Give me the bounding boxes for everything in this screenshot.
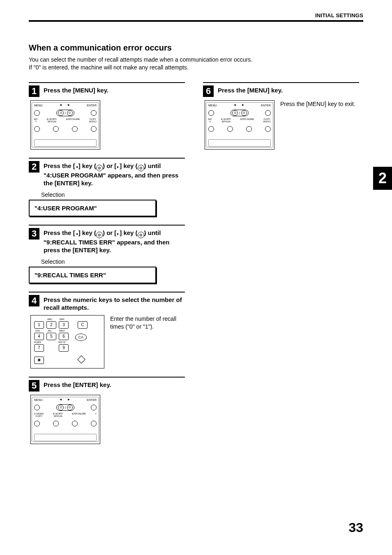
page-number: 33 [348, 520, 363, 535]
step-title: Press the numeric keys to select the num… [44, 295, 185, 312]
step-number: 4 [29, 295, 39, 306]
step-title: Press the [] key (⊙) or [] key (⊙) until… [44, 161, 185, 187]
step-title: Press the [MENU] key. [218, 85, 283, 94]
arrow-left-icon [75, 229, 78, 236]
step-title: Press the [] key (⊙) or [] key (⊙) until… [44, 228, 185, 254]
arrow-right-icon [67, 103, 70, 107]
step-4: 4 Press the numeric keys to select the n… [29, 292, 185, 368]
circle-button-icon: ⊙ [138, 165, 144, 171]
step-5: 5 Press the [ENTER] key. MENU ENTER [29, 377, 185, 444]
arrow-left-icon [233, 103, 237, 107]
step-number: 1 [29, 85, 39, 97]
step-2: 2 Press the [] key (⊙) or [] key (⊙) unt… [29, 158, 185, 216]
left-button-icon: ⊙ [58, 110, 64, 116]
display-readout: "4:USER PROGRAM" [29, 200, 156, 216]
key-ca: CA [75, 334, 87, 341]
step-1: 1 Press the [MENU] key. MENU ENT [29, 82, 185, 150]
left-column: 1 Press the [MENU] key. MENU ENT [29, 82, 185, 452]
key-star: ✱ [34, 357, 44, 364]
control-panel-diagram: MENU ENTER ⊙|⊙ [30, 395, 100, 444]
arrow-right-icon [67, 398, 70, 401]
menu-button-icon [34, 110, 40, 116]
step-number: 2 [29, 161, 39, 173]
selection-label: Selection [41, 258, 185, 265]
start-icon [77, 355, 85, 364]
arrow-left-icon [59, 103, 62, 107]
control-panel-diagram: MENU ENTER ⊙|⊙ [205, 100, 274, 150]
circle-button-icon: ⊙ [138, 232, 144, 238]
key-4: 4 [34, 333, 44, 340]
step-note: Enter the number of recall times ("0" or… [110, 315, 185, 331]
breadcrumb: INITIAL SETTINGS [29, 12, 363, 20]
panel-label-enter: ENTER [87, 104, 97, 107]
circle-button-icon: ⊙ [96, 165, 103, 171]
step-number: 6 [203, 85, 214, 97]
header-rule [29, 20, 363, 22]
step-title: Press the [ENTER] key. [44, 380, 111, 389]
arrow-left-icon [75, 162, 78, 169]
enter-button-icon [91, 110, 97, 116]
key-7: 7 [34, 344, 44, 352]
circle-button-icon: ⊙ [96, 232, 103, 238]
arrow-left-icon [59, 398, 62, 401]
key-1: 1 [34, 321, 44, 329]
arrow-right-icon [241, 103, 244, 107]
right-column: 6 Press the [MENU] key. MENU ENTER [203, 82, 359, 158]
step-title: Press the [MENU] key. [44, 85, 108, 94]
key-3: 3 [59, 321, 69, 329]
step-number: 5 [29, 380, 39, 391]
section-title: When a communication error occurs [29, 43, 363, 53]
intro-line-1: You can select the number of recall atte… [29, 56, 252, 63]
control-panel-diagram: MENU ENTER ⊙ | ⊙ [30, 100, 100, 150]
step-3: 3 Press the [] key (⊙) or [] key (⊙) unt… [29, 225, 185, 283]
key-6: 6 [59, 333, 69, 340]
step-number: 3 [29, 228, 39, 240]
display-readout: "9:RECALL TIMES ERR" [29, 267, 156, 283]
key-c: C [78, 321, 88, 329]
panel-label-menu: MENU [34, 104, 43, 107]
step-6: 6 Press the [MENU] key. MENU ENTER [203, 82, 359, 150]
selection-label: Selection [41, 191, 185, 198]
step-note: Press the [MENU] key to exit. [280, 100, 359, 108]
key-9: 9 [59, 344, 69, 352]
key-2: 2 [46, 321, 56, 329]
key-5: 5 [46, 333, 56, 340]
right-button-icon: ⊙ [67, 110, 73, 116]
intro-line-2: If "0" is entered, the machine will not … [29, 64, 189, 71]
keypad-diagram: ABC DEF 1 2 3 C GHI JKL MNO 4 5 6 [30, 315, 104, 368]
section-intro: You can select the number of recall atte… [29, 56, 363, 71]
chapter-tab: 2 [373, 167, 392, 190]
